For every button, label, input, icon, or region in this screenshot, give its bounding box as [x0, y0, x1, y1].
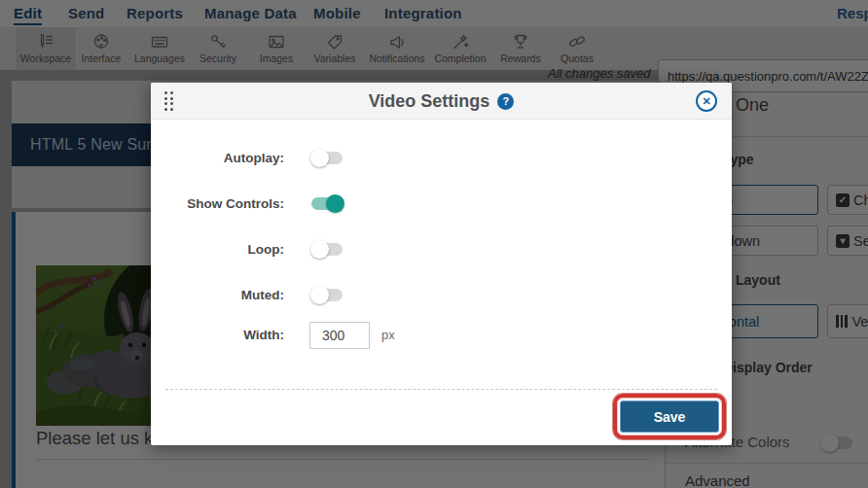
- save-highlight-ring: Save: [613, 394, 726, 439]
- video-settings-modal: Video Settings ? ✕ Autoplay: Show Contro…: [151, 83, 732, 445]
- muted-toggle[interactable]: [311, 289, 343, 301]
- muted-label: Muted:: [241, 288, 284, 302]
- modal-title: Video Settings: [369, 91, 490, 112]
- autoplay-toggle[interactable]: [311, 152, 343, 164]
- footer-divider: [165, 389, 717, 390]
- loop-toggle[interactable]: [311, 243, 343, 256]
- autoplay-label: Autoplay:: [224, 151, 284, 165]
- help-icon[interactable]: ?: [497, 93, 514, 110]
- close-icon[interactable]: ✕: [696, 90, 717, 112]
- show-controls-label: Show Controls:: [187, 196, 284, 211]
- show-controls-toggle[interactable]: [311, 197, 343, 210]
- width-label: Width:: [243, 328, 284, 342]
- modal-header: Video Settings ? ✕: [151, 83, 732, 120]
- width-input[interactable]: [309, 322, 370, 349]
- loop-label: Loop:: [248, 242, 284, 257]
- modal-title-wrap: Video Settings ?: [151, 83, 732, 120]
- width-unit: px: [381, 328, 395, 342]
- app-window: Edit Send Reports Manage Data Mobile Int…: [0, 0, 868, 488]
- save-button[interactable]: Save: [620, 401, 719, 433]
